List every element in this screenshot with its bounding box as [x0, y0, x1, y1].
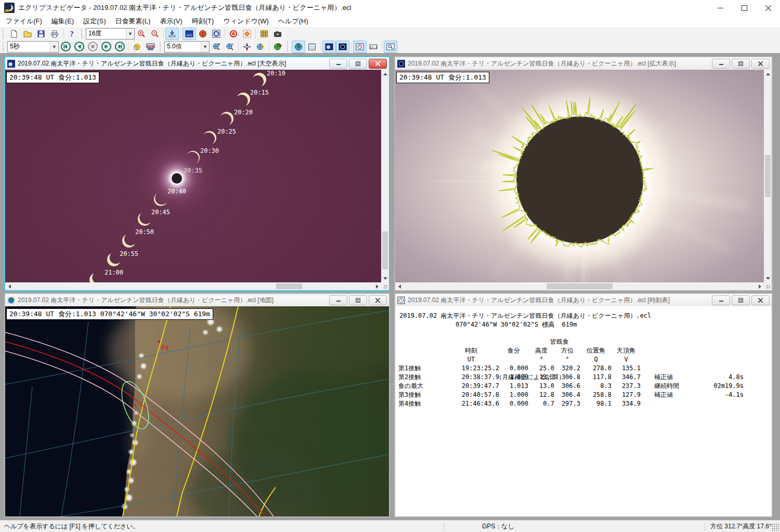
sky-vertical-scrollbar[interactable]: [381, 70, 389, 282]
sky-view-button[interactable]: [183, 28, 196, 40]
corona-canvas[interactable]: 20:39:48 UT 食分:1.013: [395, 70, 764, 282]
menu-item-0[interactable]: ファイル(F): [1, 16, 47, 27]
scroll-left-arrow[interactable]: [395, 282, 403, 290]
window-maximize-button[interactable]: [732, 0, 756, 16]
list-window-toggle[interactable]: [305, 41, 319, 53]
map-window: 2019.07.02 南太平洋・チリ・アルゼンチン皆既日食（月縁あり・ビクーニャ…: [4, 293, 390, 517]
child-close-button[interactable]: [369, 59, 387, 69]
sky-view-canvas[interactable]: 20:39:48 UT 食分:1.013 20:1020:1520:2020:2…: [5, 70, 381, 282]
magnifier-window-toggle[interactable]: [384, 41, 397, 53]
now-button[interactable]: NOW: [144, 41, 157, 53]
play-button[interactable]: [99, 41, 113, 53]
digital-clock-toggle[interactable]: 12:3: [367, 41, 380, 53]
timetable-cell: 237.3: [612, 382, 641, 391]
scroll-thumb[interactable]: [382, 231, 388, 270]
zoom-in-button[interactable]: [135, 28, 148, 40]
scroll-right-arrow[interactable]: [756, 282, 764, 290]
save-button[interactable]: [34, 28, 48, 40]
field-angle-combo[interactable]: 16度▼: [86, 28, 135, 40]
step-back-button[interactable]: [72, 41, 86, 53]
globe-zoom-out-button[interactable]: [223, 41, 237, 53]
toolbar-grip[interactable]: [3, 42, 5, 51]
scroll-right-arrow[interactable]: [373, 282, 381, 290]
stop-button[interactable]: [86, 41, 99, 53]
window-minimize-button[interactable]: [708, 0, 732, 16]
map-zoom-combo[interactable]: 5.0倍▼: [164, 41, 210, 53]
zoom-out-button[interactable]: [148, 28, 162, 40]
step-forward-fast-button[interactable]: [113, 41, 126, 53]
toolbar-grip[interactable]: [81, 29, 84, 38]
resize-grip[interactable]: [764, 282, 772, 290]
zoom-horizontal-scrollbar[interactable]: [395, 282, 764, 290]
child-close-button[interactable]: [751, 59, 770, 69]
map-title: 2019.07.02 南太平洋・チリ・アルゼンチン皆既日食（月縁あり・ビクーニャ…: [18, 296, 326, 305]
scroll-thumb[interactable]: [765, 155, 771, 198]
toolbar-grip[interactable]: [287, 42, 290, 51]
resize-grip[interactable]: [772, 524, 779, 531]
window-titlebar[interactable]: エクリプスナビゲータ - 2019.07.02 南太平洋・チリ・アルゼンチン皆既…: [0, 0, 780, 16]
scroll-down-arrow[interactable]: [381, 275, 389, 282]
menu-item-1[interactable]: 編集(E): [47, 16, 79, 27]
clock-window-toggle[interactable]: [353, 41, 367, 53]
timetable-cell: 1.013: [499, 382, 528, 391]
map-canvas[interactable]: P4 20:39:48 UT 食分:1.013 070°42'46"W 30°0…: [5, 306, 389, 516]
timetable-titlebar[interactable]: 2019.07.02 南太平洋・チリ・アルゼンチン皆既日食（月縁あり・ビクーニャ…: [395, 294, 772, 306]
zoom-vertical-scrollbar[interactable]: [764, 70, 772, 282]
child-restore-button[interactable]: [349, 59, 367, 69]
menu-item-5[interactable]: 時刻(T): [187, 16, 219, 27]
sun-track-button[interactable]: [240, 28, 254, 40]
timetable-canvas[interactable]: 2019.07.02 南太平洋・チリ・アルゼンチン皆既日食（月縁あり・ビクーニャ…: [395, 306, 772, 516]
timetable-cell: 食の最大: [395, 382, 443, 391]
scroll-up-arrow[interactable]: [764, 70, 772, 77]
print-button[interactable]: [48, 28, 61, 40]
map-view-button[interactable]: [196, 28, 210, 40]
window-close-button[interactable]: [756, 0, 780, 16]
grid-table-button[interactable]: [257, 28, 271, 40]
scroll-thumb[interactable]: [276, 283, 303, 289]
child-minimize-button[interactable]: [712, 295, 730, 305]
open-button[interactable]: [21, 28, 34, 40]
timetable-cell: 02m19.9s: [700, 382, 744, 391]
time-step-combo[interactable]: 5秒▼: [7, 41, 59, 53]
scroll-down-arrow[interactable]: [764, 275, 772, 282]
sky-view-titlebar[interactable]: 2019.07.02 南太平洋・チリ・アルゼンチン皆既日食（月縁あり・ビクーニャ…: [5, 57, 389, 70]
hand-time-button[interactable]: [130, 41, 144, 53]
scroll-thumb[interactable]: [547, 283, 613, 289]
globe-zoom-in-button[interactable]: [210, 41, 223, 53]
toolbar-time: 5秒▼ NOW 5.0倍▼ 12:3: [0, 40, 780, 54]
child-restore-button[interactable]: [732, 59, 750, 69]
scroll-left-arrow[interactable]: [5, 282, 13, 290]
camera-button[interactable]: [271, 28, 284, 40]
child-minimize-button[interactable]: [329, 295, 347, 305]
help-button[interactable]: ?: [65, 28, 79, 40]
globe-settings-button[interactable]: [254, 41, 267, 53]
child-restore-button[interactable]: [732, 295, 750, 305]
child-close-button[interactable]: [369, 295, 387, 305]
globe-tool-button[interactable]: [271, 41, 284, 53]
child-restore-button[interactable]: [349, 295, 367, 305]
map-window-toggle[interactable]: [292, 41, 305, 53]
toolbar-grip[interactable]: [3, 29, 5, 38]
compass-button[interactable]: [240, 41, 254, 53]
total-window-toggle[interactable]: [336, 41, 349, 53]
menu-item-2[interactable]: 設定(S): [79, 16, 110, 27]
sky-window-toggle[interactable]: [322, 41, 336, 53]
new-button[interactable]: [7, 28, 21, 40]
menu-item-7[interactable]: ヘルプ(H): [274, 16, 313, 27]
download-elements-button[interactable]: [165, 28, 179, 40]
toolbar-grip[interactable]: [160, 42, 162, 51]
scroll-up-arrow[interactable]: [381, 70, 389, 77]
step-back-fast-button[interactable]: [59, 41, 72, 53]
sky-horizontal-scrollbar[interactable]: [5, 282, 381, 290]
map-titlebar[interactable]: 2019.07.02 南太平洋・チリ・アルゼンチン皆既日食（月縁あり・ビクーニャ…: [5, 294, 389, 306]
menu-item-3[interactable]: 日食要素(L): [111, 16, 155, 27]
corona-button[interactable]: [227, 28, 240, 40]
menu-item-4[interactable]: 表示(V): [155, 16, 187, 27]
zoom-view-titlebar[interactable]: 2019.07.02 南太平洋・チリ・アルゼンチン皆既日食（月縁あり・ビクーニャ…: [395, 57, 772, 70]
resize-grip[interactable]: [381, 282, 389, 290]
child-minimize-button[interactable]: [329, 59, 347, 69]
child-minimize-button[interactable]: [712, 59, 730, 69]
menu-item-6[interactable]: ウィンドウ(W): [218, 16, 273, 27]
child-close-button[interactable]: [751, 295, 770, 305]
circle-view-button[interactable]: [210, 28, 223, 40]
